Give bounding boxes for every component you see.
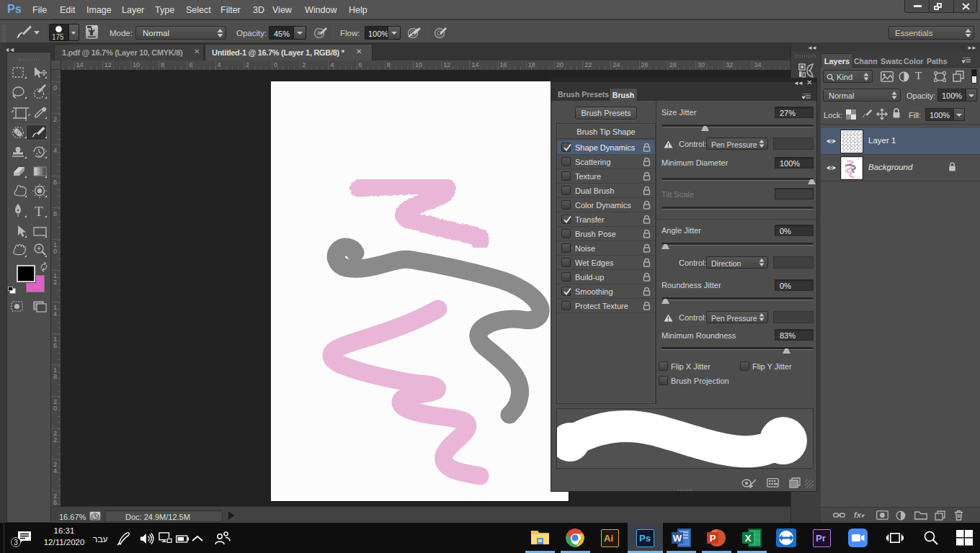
- svg-text:W: W: [673, 533, 682, 544]
- svg-text:P: P: [710, 533, 716, 544]
- svg-text:T: T: [35, 204, 43, 219]
- svg-text:X: X: [745, 533, 752, 544]
